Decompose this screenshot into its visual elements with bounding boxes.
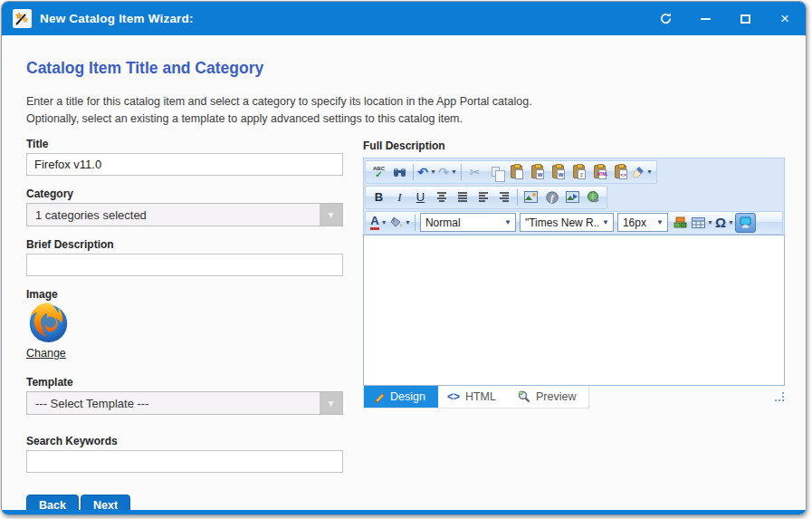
tab-design-label: Design — [390, 390, 425, 403]
search-keywords-input[interactable] — [26, 450, 343, 473]
format-stripper-button[interactable]: ▼ — [631, 162, 654, 182]
image-label: Image — [26, 288, 58, 301]
title-input[interactable] — [26, 153, 343, 176]
category-dropdown-button[interactable]: ▼ — [320, 204, 342, 226]
refresh-icon — [659, 12, 673, 25]
media-manager-icon — [566, 191, 579, 203]
search-keywords-label: Search Keywords — [26, 435, 118, 447]
module-manager-button[interactable] — [670, 213, 691, 233]
editor-content-area[interactable] — [363, 235, 785, 386]
font-color-dropdown-arrow-icon: ▼ — [381, 219, 387, 226]
cut-icon: ✂ — [470, 166, 481, 178]
paste-html-button[interactable]: <> — [610, 162, 631, 182]
flash-manager-button[interactable]: f — [541, 187, 562, 207]
intro-line-2: Optionally, select an existing a templat… — [26, 111, 532, 128]
template-dropdown[interactable]: --- Select Template --- ▼ — [26, 391, 343, 415]
cut-button[interactable]: ✂ — [464, 162, 485, 182]
italic-button[interactable]: I — [389, 187, 410, 207]
wizard-app-icon — [13, 9, 32, 28]
paste-html-icon: <> — [615, 165, 626, 178]
chevron-down-icon: ▼ — [501, 218, 515, 226]
category-selected-value: 1 categories selected — [27, 208, 320, 222]
align-center-button[interactable] — [431, 187, 452, 207]
maximize-button[interactable] — [735, 9, 755, 29]
redo-dropdown-arrow-icon: ▼ — [451, 168, 457, 175]
toolbar-row-3: A ▼ ▼ — [364, 209, 784, 235]
paragraph-style-dropdown[interactable]: Normal ▼ — [420, 213, 516, 232]
undo-button[interactable]: ↶ ▼ — [416, 162, 437, 182]
paste-from-word-button[interactable]: W — [527, 162, 548, 182]
insert-table-button[interactable]: ▼ — [691, 213, 714, 233]
paste-as-html-icon: HTML — [594, 165, 606, 178]
pencil-icon — [373, 391, 385, 403]
chevron-down-icon: ▼ — [327, 399, 336, 408]
template-dropdown-button[interactable]: ▼ — [320, 392, 342, 414]
find-replace-button[interactable] — [389, 162, 410, 182]
insert-snippet-button[interactable] — [735, 213, 756, 233]
insert-symbol-button[interactable]: Ω ▼ — [714, 213, 735, 233]
full-description-label: Full Description — [363, 139, 445, 152]
tab-html-label: HTML — [465, 390, 496, 403]
toolbar-row-2: B I U — [364, 184, 784, 209]
page-title: Catalog Item Title and Category — [26, 59, 263, 78]
spellcheck-icon: ABC ✓ — [373, 166, 385, 178]
underline-button[interactable]: U — [410, 187, 431, 207]
flash-manager-icon: f — [546, 191, 559, 204]
paste-from-word-icon: W — [531, 165, 543, 178]
copy-icon — [492, 167, 500, 177]
preview-magnifier-icon — [518, 390, 530, 403]
align-center-icon — [435, 192, 448, 203]
paste-as-html-button[interactable]: HTML — [589, 162, 610, 182]
tab-design[interactable]: Design — [364, 386, 438, 408]
window-title: New Catalog Item Wizard: — [40, 12, 194, 25]
align-right-button[interactable] — [493, 187, 514, 207]
font-color-icon: A — [370, 215, 378, 230]
chevron-down-icon: ▼ — [598, 218, 613, 226]
italic-icon: I — [394, 190, 406, 205]
table-icon — [692, 217, 705, 228]
catalog-item-image — [26, 301, 71, 349]
copy-button[interactable] — [485, 162, 506, 182]
align-left-icon — [477, 192, 490, 203]
chevron-down-icon: ▼ — [327, 210, 336, 220]
editor-toolbar: ABC ✓ — [363, 158, 785, 235]
editor-resize-grip[interactable] — [775, 392, 785, 402]
tab-preview[interactable]: Preview — [509, 386, 588, 408]
background-color-dropdown-arrow-icon: ▼ — [405, 219, 411, 226]
close-button[interactable]: × — [775, 9, 795, 29]
brief-description-input[interactable] — [26, 254, 343, 276]
minimize-button[interactable] — [695, 9, 715, 29]
tab-html[interactable]: <> HTML — [438, 386, 509, 408]
change-image-link[interactable]: Change — [26, 347, 66, 360]
media-manager-button[interactable] — [562, 187, 583, 207]
foreground-color-button[interactable]: A ▼ — [368, 213, 389, 233]
spellcheck-button[interactable]: ABC ✓ — [368, 162, 389, 182]
paste-from-word-clean-button[interactable]: W — [548, 162, 568, 182]
refresh-button[interactable] — [655, 9, 675, 29]
image-manager-button[interactable] — [521, 187, 541, 207]
align-right-icon — [498, 192, 511, 203]
table-dropdown-arrow-icon: ▼ — [707, 219, 713, 226]
editor-tab-strip: Design <> HTML — [363, 386, 785, 408]
close-icon: × — [780, 11, 789, 26]
bold-button[interactable]: B — [368, 187, 389, 207]
window-controls: × — [655, 9, 795, 29]
background-color-button[interactable]: ▼ — [389, 213, 412, 233]
justify-button[interactable] — [452, 187, 473, 207]
category-dropdown[interactable]: 1 categories selected ▼ — [26, 203, 343, 226]
font-size-dropdown[interactable]: 16px ▼ — [617, 213, 668, 232]
maximize-icon — [740, 14, 750, 24]
paste-plain-text-button[interactable]: ≡ — [568, 162, 589, 182]
align-left-button[interactable] — [473, 187, 493, 207]
template-label: Template — [26, 376, 73, 389]
hyperlink-manager-button[interactable] — [583, 187, 604, 207]
intro-text: Enter a title for this catalog item and … — [26, 93, 532, 129]
format-stripper-dropdown-arrow-icon: ▼ — [646, 168, 653, 175]
toolbar-row-1: ABC ✓ — [364, 159, 784, 184]
image-manager-icon — [524, 191, 538, 203]
font-name-dropdown[interactable]: "Times New R... ▼ — [520, 213, 614, 232]
module-manager-icon — [673, 216, 687, 228]
title-bar: New Catalog Item Wizard: × — [2, 2, 806, 35]
paste-button[interactable] — [506, 162, 527, 182]
redo-button[interactable]: ↷ ▼ — [437, 162, 458, 182]
